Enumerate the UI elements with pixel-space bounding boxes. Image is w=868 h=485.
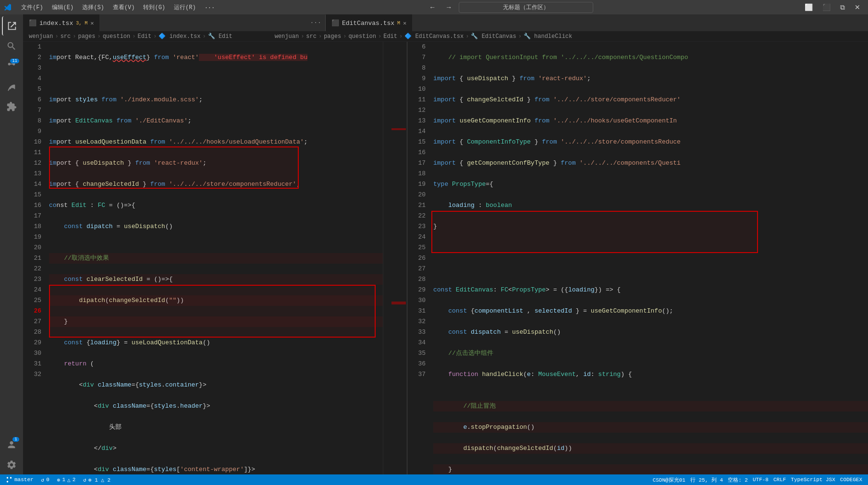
source-control-badge: 11	[10, 59, 19, 63]
activity-extensions[interactable]	[2, 97, 21, 116]
left-editor-panel: 1 2 3 4 5 6 7 8 9 10 11 12 13	[23, 42, 407, 474]
tab-modified-badge: 3, M	[76, 21, 87, 26]
tab-label: index.tsx	[39, 20, 73, 27]
error-icon: ⊗	[57, 477, 61, 483]
status-branch[interactable]: master	[4, 476, 36, 483]
activity-settings[interactable]	[2, 455, 21, 474]
activity-run[interactable]	[2, 77, 21, 96]
titlebar-center: ← → 无标题（工作区）	[426, 2, 593, 13]
status-bar: master ↺ 0 ⊗ 1 △ 2 ↺ ⊗ 1 △ 2 CSDN@探光01 行…	[0, 474, 868, 485]
right-line-numbers: 6 7 8 9 10 11 12 13 14 15 16 17	[407, 42, 431, 474]
tab-icon: ⬛	[29, 19, 37, 27]
activity-explorer[interactable]	[2, 16, 21, 36]
menu-file[interactable]: 文件(F)	[17, 2, 47, 12]
main-layout: 11 1 ⬛ index.tsx 3, M ✕ ···	[0, 14, 868, 474]
search-bar[interactable]: 无标题（工作区）	[459, 2, 593, 13]
tab-close-right[interactable]: ✕	[403, 20, 406, 27]
left-line-numbers: 1 2 3 4 5 6 7 8 9 10 11 12 13	[23, 42, 47, 474]
left-code-editor[interactable]: 1 2 3 4 5 6 7 8 9 10 11 12 13	[23, 42, 407, 474]
nav-forward[interactable]: →	[442, 2, 455, 12]
status-language[interactable]: TypeScript JSX	[789, 477, 837, 483]
tab-editcanvas-tsx[interactable]: ⬛ EditCanvas.tsx M ✕	[325, 14, 412, 31]
activity-bar: 11 1	[0, 14, 23, 474]
right-code-content[interactable]: // import QuerstionInput from '../../../…	[431, 42, 868, 474]
encoding-label: UTF-8	[753, 477, 769, 483]
activity-search[interactable]	[2, 36, 21, 56]
ext-label: CODEGEX	[840, 477, 862, 483]
menu-more[interactable]: ...	[201, 2, 219, 12]
account-badge: 1	[12, 437, 19, 442]
titlebar-right: ⬜ ⬛ ⧉ ✕	[801, 2, 864, 12]
right-editor-panel: 6 7 8 9 10 11 12 13 14 15 16 17	[407, 42, 868, 474]
activity-account[interactable]: 1	[2, 435, 21, 454]
editor-panels: 1 2 3 4 5 6 7 8 9 10 11 12 13	[23, 42, 868, 474]
left-code-content[interactable]: import React,{FC,useEffect} from 'react'…	[47, 42, 407, 474]
activity-source-control[interactable]: 11	[2, 57, 21, 76]
status-csdn[interactable]: CSDN@探光01	[651, 476, 687, 484]
line-info: 行 25, 列 4	[690, 476, 723, 484]
vscode-icon	[4, 3, 12, 11]
tab-modified-badge-right: M	[397, 21, 400, 26]
menu-run[interactable]: 运行(R)	[170, 2, 200, 12]
menu-bar: 文件(F) 编辑(E) 选择(S) 查看(V) 转到(G) 运行(R) ...	[17, 2, 219, 12]
menu-goto[interactable]: 转到(G)	[139, 2, 169, 12]
bc-left: wenjuan › src › pages › question › Edit …	[29, 33, 232, 40]
right-code-editor[interactable]: 6 7 8 9 10 11 12 13 14 15 16 17	[407, 42, 868, 474]
status-right: CSDN@探光01 行 25, 列 4 空格: 2 UTF-8 CRLF Typ…	[651, 476, 864, 484]
tab-index-tsx[interactable]: ⬛ index.tsx 3, M ✕	[23, 14, 99, 31]
status-eol[interactable]: CRLF	[771, 477, 788, 483]
win-minimize[interactable]: ⬜	[801, 2, 817, 12]
menu-edit[interactable]: 编辑(E)	[48, 2, 78, 12]
titlebar-left: 文件(F) 编辑(E) 选择(S) 查看(V) 转到(G) 运行(R) ...	[4, 2, 219, 12]
status-sync[interactable]: ↺ 0	[39, 477, 51, 483]
status-extra-icon[interactable]: ↺ ⊗ 1 △ 2	[81, 477, 112, 483]
nav-back[interactable]: ←	[426, 2, 439, 12]
left-minimap	[383, 42, 407, 474]
spaces-label: 空格: 2	[728, 476, 748, 484]
tab-close[interactable]: ✕	[90, 20, 94, 27]
status-encoding[interactable]: UTF-8	[751, 477, 770, 483]
warning-count: 2	[73, 477, 76, 483]
language-label: TypeScript JSX	[791, 477, 835, 483]
tab-more-left[interactable]: ···	[306, 19, 325, 26]
win-restore[interactable]: ⧉	[836, 2, 849, 12]
win-maximize[interactable]: ⬛	[819, 2, 834, 12]
eol-label: CRLF	[773, 477, 786, 483]
titlebar: 文件(F) 编辑(E) 选择(S) 查看(V) 转到(G) 运行(R) ... …	[0, 0, 868, 14]
sync-count: 0	[46, 477, 49, 483]
tab-label-right: EditCanvas.tsx	[342, 20, 394, 27]
branch-icon	[6, 476, 12, 483]
status-numbers: ⊗ 1 △ 2	[88, 477, 110, 483]
status-errors[interactable]: ⊗ 1 △ 2	[55, 477, 77, 483]
tab-bar: ⬛ index.tsx 3, M ✕ ··· ⬛ EditCanvas.tsx …	[23, 14, 868, 31]
bc-right: wenjuan › src › pages › question › Edit …	[275, 33, 573, 40]
sync-icon: ↺	[41, 477, 45, 483]
menu-view[interactable]: 查看(V)	[109, 2, 139, 12]
error-count: 1	[62, 477, 65, 483]
warning-icon: △	[67, 477, 71, 483]
menu-select[interactable]: 选择(S)	[78, 2, 108, 12]
status-ext[interactable]: CODEGEX	[838, 477, 864, 483]
branch-name: master	[14, 477, 34, 483]
status-spaces[interactable]: 空格: 2	[726, 476, 750, 484]
csdn-label: CSDN@探光01	[653, 476, 685, 484]
status-line-col[interactable]: 行 25, 列 4	[688, 476, 725, 484]
rebuild-icon: ↺	[83, 477, 86, 483]
tab-icon-right: ⬛	[331, 19, 339, 27]
breadcrumb: wenjuan › src › pages › question › Edit …	[23, 31, 868, 42]
win-close[interactable]: ✕	[851, 2, 864, 12]
editor-area: ⬛ index.tsx 3, M ✕ ··· ⬛ EditCanvas.tsx …	[23, 14, 868, 474]
